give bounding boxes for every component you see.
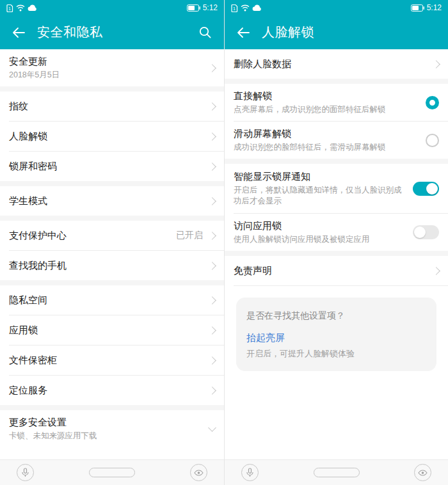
row-title: 文件保密柜 xyxy=(9,354,203,367)
list-item-direct-unlock[interactable]: 直接解锁 点亮屏幕后，成功识别您的面部特征后解锁 xyxy=(225,84,448,121)
sim-icon: 1 xyxy=(6,4,13,12)
row-title: 锁屏和密码 xyxy=(9,160,203,173)
screen-face-unlock: 1 5:12 人脸解锁 删除人脸数据 直接解锁 点亮屏 xyxy=(224,0,448,485)
row-subtitle: 开启后，将默认隐藏通知详情，仅当人脸识别成功后才会显示 xyxy=(234,185,406,207)
status-bar: 1 5:12 xyxy=(225,0,448,15)
row-title: 学生模式 xyxy=(9,195,203,207)
microphone-icon[interactable] xyxy=(241,464,259,481)
row-title: 智能显示锁屏通知 xyxy=(234,170,406,183)
toggle-knob xyxy=(426,183,438,195)
status-bar: 1 5:12 xyxy=(0,0,224,15)
row-title: 更多安全设置 xyxy=(9,416,203,429)
section-gap xyxy=(225,251,448,256)
section-gap xyxy=(225,79,448,84)
toggle-knob xyxy=(414,227,426,238)
svg-text:1: 1 xyxy=(8,6,11,11)
list-item-location-services[interactable]: 定位服务 xyxy=(0,376,224,405)
list-item-find-my-phone[interactable]: 查找我的手机 xyxy=(0,251,224,280)
row-title: 定位服务 xyxy=(9,384,203,397)
chevron-right-icon xyxy=(208,386,216,395)
list-item-file-safe[interactable]: 文件保密柜 xyxy=(0,346,224,375)
row-subtitle: 使用人脸解锁访问应用锁及被锁定应用 xyxy=(234,234,406,245)
svg-text:1: 1 xyxy=(233,6,236,11)
back-icon[interactable] xyxy=(235,24,252,41)
bottom-bar xyxy=(0,459,224,485)
row-subtitle: 2018年5月5日 xyxy=(9,70,203,81)
back-icon[interactable] xyxy=(10,24,27,41)
radio-selected-icon[interactable] xyxy=(426,96,439,109)
row-title: 隐私空间 xyxy=(9,294,203,306)
divider xyxy=(234,285,448,286)
section-gap xyxy=(0,181,224,186)
list-item-delete-face-data[interactable]: 删除人脸数据 xyxy=(225,49,448,79)
row-value: 已开启 xyxy=(176,230,203,241)
cloud-icon xyxy=(252,4,262,12)
toggle-on[interactable] xyxy=(413,182,439,196)
list-item-face-unlock[interactable]: 人脸解锁 xyxy=(0,122,224,151)
app-header: 安全和隐私 xyxy=(0,15,224,49)
section-gap xyxy=(0,86,224,91)
battery-icon xyxy=(187,4,200,12)
section-gap xyxy=(225,159,448,164)
list-item-lockscreen-password[interactable]: 锁屏和密码 xyxy=(0,152,224,181)
screen-security-privacy: 1 5:12 安全和隐私 安全更新 2018年5月5日 xyxy=(0,0,224,485)
row-title: 滑动屏幕解锁 xyxy=(234,127,419,140)
list-item-private-space[interactable]: 隐私空间 xyxy=(0,285,224,315)
section-gap xyxy=(0,280,224,285)
row-subtitle: 成功识别您的脸部特征后，需滑动屏幕解锁 xyxy=(234,142,419,153)
row-title: 访问应用锁 xyxy=(234,219,406,232)
section-gap xyxy=(0,216,224,221)
chevron-right-icon xyxy=(208,163,216,171)
list-item-app-lock[interactable]: 应用锁 xyxy=(0,315,224,345)
row-title: 查找我的手机 xyxy=(9,259,203,272)
chevron-right-icon xyxy=(432,267,440,275)
toggle-off[interactable] xyxy=(413,225,439,239)
chevron-right-icon xyxy=(208,197,216,205)
list-item-access-app-lock[interactable]: 访问应用锁 使用人脸解锁访问应用锁及被锁定应用 xyxy=(225,214,448,251)
clock-text: 5:12 xyxy=(203,3,218,12)
page-title: 人脸解锁 xyxy=(262,24,438,41)
chevron-right-icon xyxy=(208,232,216,240)
chevron-right-icon xyxy=(208,64,216,72)
suggestion-description: 开启后，可提升人脸解锁体验 xyxy=(246,348,426,360)
chevron-right-icon xyxy=(208,262,216,270)
row-title: 支付保护中心 xyxy=(9,229,170,242)
list-item-slide-unlock[interactable]: 滑动屏幕解锁 成功识别您的脸部特征后，需滑动屏幕解锁 xyxy=(225,122,448,159)
list-item-security-update[interactable]: 安全更新 2018年5月5日 xyxy=(0,49,224,86)
chevron-right-icon xyxy=(208,356,216,365)
radio-unselected-icon[interactable] xyxy=(426,134,439,147)
cloud-icon xyxy=(28,4,37,12)
row-title: 指纹 xyxy=(9,100,203,113)
list-item-more-security[interactable]: 更多安全设置 卡锁、未知来源应用下载 xyxy=(0,410,224,447)
battery-icon xyxy=(411,4,424,12)
app-header: 人脸解锁 xyxy=(225,15,448,49)
chevron-right-icon xyxy=(208,326,216,335)
row-title: 人脸解锁 xyxy=(9,130,203,143)
row-title: 直接解锁 xyxy=(234,90,419,102)
chevron-right-icon xyxy=(208,132,216,141)
row-subtitle: 卡锁、未知来源应用下载 xyxy=(9,431,203,441)
chevron-down-icon xyxy=(208,424,216,432)
microphone-icon[interactable] xyxy=(17,464,34,481)
search-icon[interactable] xyxy=(196,24,214,42)
list-item-student-mode[interactable]: 学生模式 xyxy=(0,186,224,216)
wifi-icon xyxy=(16,4,25,12)
eye-icon[interactable] xyxy=(190,464,207,481)
list-item-payment-protection[interactable]: 支付保护中心 已开启 xyxy=(0,221,224,250)
list-item-disclaimer[interactable]: 免责声明 xyxy=(225,256,448,285)
list-item-smart-notifications[interactable]: 智能显示锁屏通知 开启后，将默认隐藏通知详情，仅当人脸识别成功后才会显示 xyxy=(225,164,448,213)
suggestion-card: 是否在寻找其他设置项？ 抬起亮屏 开启后，可提升人脸解锁体验 xyxy=(236,298,436,371)
row-subtitle: 点亮屏幕后，成功识别您的面部特征后解锁 xyxy=(234,104,419,115)
eye-icon[interactable] xyxy=(414,464,431,481)
wifi-icon xyxy=(241,4,250,12)
list-item-fingerprint[interactable]: 指纹 xyxy=(0,91,224,121)
clock-text: 5:12 xyxy=(427,3,442,12)
row-title: 免责声明 xyxy=(234,264,427,277)
page-title: 安全和隐私 xyxy=(37,24,196,41)
settings-list: 安全更新 2018年5月5日 指纹 人脸解锁 锁屏和密码 xyxy=(0,49,224,459)
home-pill[interactable] xyxy=(314,468,360,477)
home-pill[interactable] xyxy=(89,468,135,477)
raise-to-wake-link[interactable]: 抬起亮屏 xyxy=(246,332,285,344)
screens-container: 1 5:12 安全和隐私 安全更新 2018年5月5日 xyxy=(0,0,448,485)
suggestion-question: 是否在寻找其他设置项？ xyxy=(246,310,426,322)
